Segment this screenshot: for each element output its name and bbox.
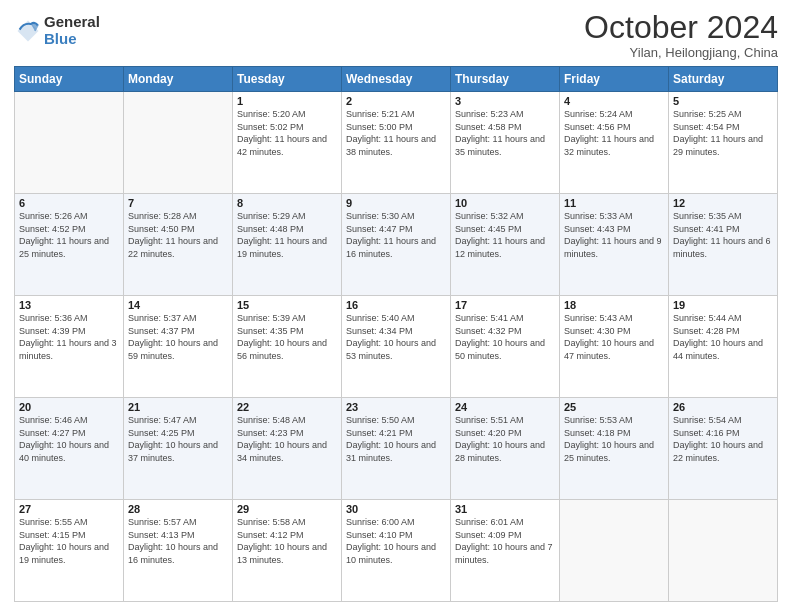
day-number: 9 bbox=[346, 197, 446, 209]
day-number: 13 bbox=[19, 299, 119, 311]
day-number: 29 bbox=[237, 503, 337, 515]
day-info: Sunrise: 5:58 AMSunset: 4:12 PMDaylight:… bbox=[237, 516, 337, 566]
day-info: Sunrise: 5:43 AMSunset: 4:30 PMDaylight:… bbox=[564, 312, 664, 362]
day-info: Sunrise: 5:36 AMSunset: 4:39 PMDaylight:… bbox=[19, 312, 119, 362]
calendar-cell: 16Sunrise: 5:40 AMSunset: 4:34 PMDayligh… bbox=[342, 296, 451, 398]
day-info: Sunrise: 5:48 AMSunset: 4:23 PMDaylight:… bbox=[237, 414, 337, 464]
day-number: 31 bbox=[455, 503, 555, 515]
calendar-cell: 25Sunrise: 5:53 AMSunset: 4:18 PMDayligh… bbox=[560, 398, 669, 500]
calendar-cell bbox=[15, 92, 124, 194]
calendar-cell: 15Sunrise: 5:39 AMSunset: 4:35 PMDayligh… bbox=[233, 296, 342, 398]
col-header-saturday: Saturday bbox=[669, 67, 778, 92]
day-number: 14 bbox=[128, 299, 228, 311]
day-info: Sunrise: 5:30 AMSunset: 4:47 PMDaylight:… bbox=[346, 210, 446, 260]
calendar-cell: 11Sunrise: 5:33 AMSunset: 4:43 PMDayligh… bbox=[560, 194, 669, 296]
day-number: 25 bbox=[564, 401, 664, 413]
day-info: Sunrise: 5:54 AMSunset: 4:16 PMDaylight:… bbox=[673, 414, 773, 464]
day-info: Sunrise: 5:25 AMSunset: 4:54 PMDaylight:… bbox=[673, 108, 773, 158]
day-number: 2 bbox=[346, 95, 446, 107]
col-header-wednesday: Wednesday bbox=[342, 67, 451, 92]
day-number: 5 bbox=[673, 95, 773, 107]
logo-text: General Blue bbox=[44, 14, 100, 47]
day-info: Sunrise: 6:00 AMSunset: 4:10 PMDaylight:… bbox=[346, 516, 446, 566]
day-info: Sunrise: 5:46 AMSunset: 4:27 PMDaylight:… bbox=[19, 414, 119, 464]
calendar-cell: 10Sunrise: 5:32 AMSunset: 4:45 PMDayligh… bbox=[451, 194, 560, 296]
col-header-tuesday: Tuesday bbox=[233, 67, 342, 92]
logo: General Blue bbox=[14, 14, 100, 47]
day-number: 6 bbox=[19, 197, 119, 209]
calendar-cell: 2Sunrise: 5:21 AMSunset: 5:00 PMDaylight… bbox=[342, 92, 451, 194]
calendar-cell: 12Sunrise: 5:35 AMSunset: 4:41 PMDayligh… bbox=[669, 194, 778, 296]
calendar-cell: 22Sunrise: 5:48 AMSunset: 4:23 PMDayligh… bbox=[233, 398, 342, 500]
calendar-cell: 19Sunrise: 5:44 AMSunset: 4:28 PMDayligh… bbox=[669, 296, 778, 398]
day-number: 7 bbox=[128, 197, 228, 209]
calendar-cell bbox=[560, 500, 669, 602]
day-number: 27 bbox=[19, 503, 119, 515]
calendar-cell: 21Sunrise: 5:47 AMSunset: 4:25 PMDayligh… bbox=[124, 398, 233, 500]
calendar-cell: 5Sunrise: 5:25 AMSunset: 4:54 PMDaylight… bbox=[669, 92, 778, 194]
calendar-cell: 8Sunrise: 5:29 AMSunset: 4:48 PMDaylight… bbox=[233, 194, 342, 296]
calendar-cell: 3Sunrise: 5:23 AMSunset: 4:58 PMDaylight… bbox=[451, 92, 560, 194]
calendar-cell: 4Sunrise: 5:24 AMSunset: 4:56 PMDaylight… bbox=[560, 92, 669, 194]
day-info: Sunrise: 5:35 AMSunset: 4:41 PMDaylight:… bbox=[673, 210, 773, 260]
day-info: Sunrise: 5:23 AMSunset: 4:58 PMDaylight:… bbox=[455, 108, 555, 158]
header: General Blue October 2024 Yilan, Heilong… bbox=[14, 10, 778, 60]
calendar-cell: 13Sunrise: 5:36 AMSunset: 4:39 PMDayligh… bbox=[15, 296, 124, 398]
day-info: Sunrise: 5:53 AMSunset: 4:18 PMDaylight:… bbox=[564, 414, 664, 464]
day-number: 15 bbox=[237, 299, 337, 311]
week-row-3: 13Sunrise: 5:36 AMSunset: 4:39 PMDayligh… bbox=[15, 296, 778, 398]
logo-blue: Blue bbox=[44, 31, 100, 48]
day-info: Sunrise: 5:28 AMSunset: 4:50 PMDaylight:… bbox=[128, 210, 228, 260]
day-number: 11 bbox=[564, 197, 664, 209]
calendar-cell: 24Sunrise: 5:51 AMSunset: 4:20 PMDayligh… bbox=[451, 398, 560, 500]
day-number: 22 bbox=[237, 401, 337, 413]
day-info: Sunrise: 6:01 AMSunset: 4:09 PMDaylight:… bbox=[455, 516, 555, 566]
day-info: Sunrise: 5:39 AMSunset: 4:35 PMDaylight:… bbox=[237, 312, 337, 362]
day-info: Sunrise: 5:50 AMSunset: 4:21 PMDaylight:… bbox=[346, 414, 446, 464]
calendar-cell: 28Sunrise: 5:57 AMSunset: 4:13 PMDayligh… bbox=[124, 500, 233, 602]
col-header-sunday: Sunday bbox=[15, 67, 124, 92]
day-number: 20 bbox=[19, 401, 119, 413]
month-title: October 2024 bbox=[584, 10, 778, 45]
day-number: 30 bbox=[346, 503, 446, 515]
col-header-friday: Friday bbox=[560, 67, 669, 92]
day-number: 4 bbox=[564, 95, 664, 107]
calendar-table: SundayMondayTuesdayWednesdayThursdayFrid… bbox=[14, 66, 778, 602]
day-info: Sunrise: 5:21 AMSunset: 5:00 PMDaylight:… bbox=[346, 108, 446, 158]
location-subtitle: Yilan, Heilongjiang, China bbox=[584, 45, 778, 60]
calendar-cell: 14Sunrise: 5:37 AMSunset: 4:37 PMDayligh… bbox=[124, 296, 233, 398]
calendar-cell: 26Sunrise: 5:54 AMSunset: 4:16 PMDayligh… bbox=[669, 398, 778, 500]
day-number: 24 bbox=[455, 401, 555, 413]
day-info: Sunrise: 5:29 AMSunset: 4:48 PMDaylight:… bbox=[237, 210, 337, 260]
col-header-monday: Monday bbox=[124, 67, 233, 92]
day-info: Sunrise: 5:37 AMSunset: 4:37 PMDaylight:… bbox=[128, 312, 228, 362]
day-info: Sunrise: 5:32 AMSunset: 4:45 PMDaylight:… bbox=[455, 210, 555, 260]
calendar-cell: 17Sunrise: 5:41 AMSunset: 4:32 PMDayligh… bbox=[451, 296, 560, 398]
calendar-cell: 6Sunrise: 5:26 AMSunset: 4:52 PMDaylight… bbox=[15, 194, 124, 296]
day-number: 23 bbox=[346, 401, 446, 413]
day-info: Sunrise: 5:44 AMSunset: 4:28 PMDaylight:… bbox=[673, 312, 773, 362]
day-number: 21 bbox=[128, 401, 228, 413]
day-info: Sunrise: 5:41 AMSunset: 4:32 PMDaylight:… bbox=[455, 312, 555, 362]
calendar-cell bbox=[669, 500, 778, 602]
calendar-cell: 18Sunrise: 5:43 AMSunset: 4:30 PMDayligh… bbox=[560, 296, 669, 398]
calendar-cell: 20Sunrise: 5:46 AMSunset: 4:27 PMDayligh… bbox=[15, 398, 124, 500]
day-info: Sunrise: 5:20 AMSunset: 5:02 PMDaylight:… bbox=[237, 108, 337, 158]
week-row-1: 1Sunrise: 5:20 AMSunset: 5:02 PMDaylight… bbox=[15, 92, 778, 194]
calendar-cell: 31Sunrise: 6:01 AMSunset: 4:09 PMDayligh… bbox=[451, 500, 560, 602]
day-number: 12 bbox=[673, 197, 773, 209]
day-number: 19 bbox=[673, 299, 773, 311]
calendar-cell: 7Sunrise: 5:28 AMSunset: 4:50 PMDaylight… bbox=[124, 194, 233, 296]
day-info: Sunrise: 5:33 AMSunset: 4:43 PMDaylight:… bbox=[564, 210, 664, 260]
day-info: Sunrise: 5:26 AMSunset: 4:52 PMDaylight:… bbox=[19, 210, 119, 260]
calendar-cell: 30Sunrise: 6:00 AMSunset: 4:10 PMDayligh… bbox=[342, 500, 451, 602]
calendar-cell: 29Sunrise: 5:58 AMSunset: 4:12 PMDayligh… bbox=[233, 500, 342, 602]
week-row-4: 20Sunrise: 5:46 AMSunset: 4:27 PMDayligh… bbox=[15, 398, 778, 500]
day-number: 1 bbox=[237, 95, 337, 107]
logo-icon bbox=[14, 17, 42, 45]
day-number: 28 bbox=[128, 503, 228, 515]
page: General Blue October 2024 Yilan, Heilong… bbox=[0, 0, 792, 612]
header-row: SundayMondayTuesdayWednesdayThursdayFrid… bbox=[15, 67, 778, 92]
week-row-2: 6Sunrise: 5:26 AMSunset: 4:52 PMDaylight… bbox=[15, 194, 778, 296]
day-number: 10 bbox=[455, 197, 555, 209]
